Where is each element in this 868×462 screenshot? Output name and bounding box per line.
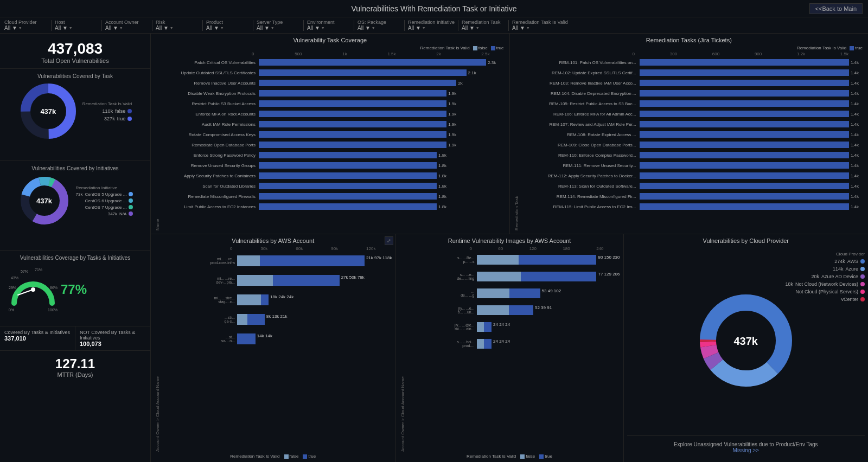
back-button[interactable]: <<Back to Main [809,3,863,14]
vtc-bar-row: Update Outdated SSL/TLS Certificates2.1k [161,68,506,78]
rt-bar-track: 1.4k [640,131,865,138]
runtime-vuln-panel: Runtime Vulnerability Images by AWS Acco… [396,234,624,462]
rt-bar-label: REM-106: Enforce MFA for All Admin Acc..… [520,112,640,117]
aws-legend: Remediation Task Is Valid false true [154,454,392,459]
coverage-gauge-title: Vulnerabilities Coverage by Tasks & Init… [4,255,146,261]
filter-remediation-task[interactable]: Remediation Task All ▼ [462,20,505,31]
rt-bar-label: REM-101: Patch OS Vulnerabilities on... [520,60,640,65]
filter-environment-select[interactable]: All ▼ [307,25,350,31]
filter-os-package[interactable]: OS: Package All ▼ [358,20,401,31]
filter-host-select[interactable]: All ▼ [55,25,98,31]
filter-rem-initiative-select[interactable]: All ▼ [408,25,455,31]
vtc-bar-fill [259,142,446,148]
legend-not-cloud-net: 18k Not Cloud (Network Devices) [785,281,865,287]
mttr-label: MTTR (Days) [5,371,145,378]
vtc-bar-value: 1.9k [448,132,456,137]
cloud-donut-center: 437k [734,335,758,347]
divider5 [253,20,253,31]
vtc-bar-value: 2.1k [468,70,476,75]
runtime-bar-row: s... ...Be...p... ...s80 150 230 [406,252,620,267]
legend-centos5-dot [129,192,133,196]
vtc-bar-value: 1.9k [448,91,456,96]
legend-centos5-label: CentOS 5 Upgrade ... [85,192,126,197]
filter-product[interactable]: Product All ▼ [206,20,250,31]
rt-bar-value: 1.4k [851,204,859,209]
filter-task-valid-select[interactable]: All ▼ [512,25,568,31]
cloud-provider-chart: 437k Cloud Provider 274k AWS 114k [627,246,865,435]
explore-card: Explore Unassigned Vulnerabilities due t… [627,435,865,459]
vtc-legend-true: true [496,46,504,50]
vtc-bar-track: 1.8k [259,193,506,200]
runtime-account-label: jly... ...@e...mi... ...ain... [406,323,477,331]
aws-chart-area: Account Owner > Cloud Account Name mi...… [154,252,392,452]
rt-bar-track: 1.4k [640,111,865,117]
aws-expand-btn[interactable]: ⤢ [385,236,393,245]
filter-product-label: Product [206,20,250,25]
filter-risk[interactable]: Risk All ▼ [156,20,199,31]
filter-os-package-select[interactable]: All ▼ [358,25,401,31]
aws-y-axis: Account Owner > Cloud Account Name [154,252,161,452]
vtc-bar-label: Rotate Compromised Access Keys [161,132,259,137]
vtc-bar-track: 1.8k [259,152,506,158]
filter-task-valid[interactable]: Remediation Task Is Valid All ▼ [512,20,568,31]
vuln-task-coverage-panel: Vulnerability Task Coverage Remediation … [151,34,510,234]
filter-rem-task-select[interactable]: All ▼ [462,25,505,31]
mttr-number: 127.11 [5,356,145,371]
divider9 [458,20,458,31]
filter-host[interactable]: Host All ▼ [55,20,98,31]
runtime-bar-track: 77 129 206 [477,272,620,281]
rt-chart-area: Remediation Task REM-101: Patch OS Vulne… [513,57,865,230]
aws-bar-track: 21k 97k 118k [237,255,392,266]
legend-centos6-label: CentOS 6 Upgrade ... [85,198,126,203]
filter-remediation-initiative[interactable]: Remediation Initiative All ▼ [408,20,455,31]
rt-bar-value: 1.4k [851,91,859,96]
legend-centos7-dot [129,205,133,209]
vtc-bar-value: 1.8k [438,153,446,158]
vtc-legend-false: false [478,46,488,50]
legend-not-cloud-phy: Not Cloud (Physical Servers) [785,289,865,294]
runtime-bar-track: 24 24 24 [477,322,620,332]
rt-bar-label: REM-108: Rotate Expired Access ... [520,132,640,137]
filter-server-type-label: Server Type [257,20,300,25]
aws-legend-dot [860,259,865,264]
vtc-bar-label: Enforce MFA on Root Accounts [161,112,259,117]
rt-bar-fill [640,152,849,158]
vtc-bar-row: Audit IAM Role Permissions1.9k [161,119,506,129]
vtc-bar-track: 1.8k [259,162,506,169]
divider2 [101,20,102,31]
runtime-bar-values: 80 150 230 [598,255,620,265]
vtc-bar-row: Apply Security Patches to Containers1.8k [161,171,506,181]
explore-link[interactable]: Missing >> [633,447,860,453]
rt-legend-true: true [855,46,863,50]
filter-task-valid-label: Remediation Task Is Valid [512,20,568,25]
runtime-bar-values: 77 129 206 [598,272,620,281]
filter-risk-select[interactable]: All ▼ [156,25,199,31]
filter-server-type-select[interactable]: All ▼ [257,25,300,31]
rt-bar-fill [640,131,849,138]
total-vuln-label: Total Open Vulnerabilities [5,57,145,64]
filter-product-select[interactable]: All ▼ [206,25,250,31]
vtc-bar-track: 1.9k [259,111,506,117]
rt-bar-label: REM-114: Remediate Misconfigured Fir... [520,194,640,199]
vtc-bar-row: Remediate Misconfigured Firewalls1.8k [161,191,506,201]
filter-cloud-provider-select[interactable]: All ▼ [4,25,48,31]
aws-account-label: mi... ...re...dev-...pla... [161,277,237,284]
rt-bar-fill [640,59,849,66]
rt-bar-fill [640,162,849,169]
filter-account-owner[interactable]: Account Owner All ▼ [105,20,149,31]
legend-centos5: 73k CentOS 5 Upgrade ... [76,192,133,197]
aws-bar-values: 27k 50k 78k [341,275,365,286]
runtime-bar-track: 52 39 91 [477,305,620,315]
filter-account-owner-select[interactable]: All ▼ [105,25,149,31]
aws-account-label: ...st...sa-...n... [161,335,237,343]
svg-point-9 [31,287,35,292]
filter-cloud-provider[interactable]: Cloud Provider All ▼ [4,20,48,31]
aws-bar-values: 14k 14k [257,333,272,344]
filter-server-type[interactable]: Server Type All ▼ [257,20,300,31]
covered-tasks-label: Covered By Tasks & Initiatives [4,330,71,335]
filter-environment[interactable]: Environment All ▼ [307,20,350,31]
aws-bar-false [237,255,260,266]
aws-bars: mi... ...re...prod-core-infra21k 97k 118… [161,252,392,452]
vtc-bar-fill [259,203,437,210]
vtc-bar-row: Enforce Strong Password Policy1.8k [161,150,506,160]
